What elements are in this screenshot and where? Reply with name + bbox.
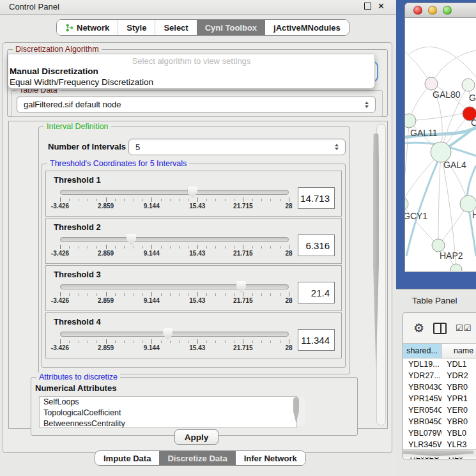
slider-thumb[interactable] bbox=[236, 281, 246, 293]
checkbox-icons[interactable]: ☑☑ bbox=[456, 323, 472, 333]
slider-thumb[interactable] bbox=[188, 187, 197, 198]
threshold-slider[interactable]: -3.4262.8599.14415.4321.71528 bbox=[60, 329, 289, 355]
numerical-attributes-list[interactable]: SelfLoopsTopologicalCoefficientBetweenne… bbox=[39, 396, 297, 428]
table-cell: YER0 bbox=[441, 404, 476, 416]
tab-jactivemnodules[interactable]: jActiveMNodules bbox=[265, 20, 349, 35]
tick-label: 9.144 bbox=[144, 297, 160, 304]
network-canvas[interactable]: GAL80GACGAL11GAL4GCY1HHAP2 bbox=[405, 18, 476, 271]
tick-label: 15.43 bbox=[189, 297, 205, 304]
node-label: GA bbox=[469, 93, 476, 103]
apply-button[interactable]: Apply bbox=[174, 429, 219, 445]
table-row[interactable]: YBR043CYBR0 bbox=[403, 381, 476, 393]
float-window-icon[interactable] bbox=[364, 3, 371, 10]
network-edge[interactable] bbox=[409, 47, 476, 77]
bottom-tab-discretize-data[interactable]: Discretize Data bbox=[159, 451, 235, 465]
table-column-header[interactable]: shared... bbox=[403, 344, 441, 358]
attribute-list-item[interactable]: SelfLoops bbox=[40, 397, 296, 408]
settings-scrollbar[interactable] bbox=[376, 124, 386, 426]
table-row[interactable]: YPR145WYPR1 bbox=[403, 393, 476, 404]
tab-cyni-toolbox[interactable]: Cyni Toolbox bbox=[197, 20, 265, 35]
tick-label: 15.43 bbox=[189, 250, 205, 257]
tick-label: 21.715 bbox=[233, 203, 253, 210]
number-of-intervals-label: Number of Intervals bbox=[48, 142, 126, 151]
threshold-value-input[interactable]: 6.316 bbox=[298, 234, 335, 256]
zoom-traffic-light-icon[interactable] bbox=[443, 6, 452, 15]
network-node[interactable] bbox=[405, 197, 408, 210]
threshold-value-input[interactable]: 14.713 bbox=[298, 187, 335, 209]
thresholds-group: Threshold's Coordinates for 5 Intervals … bbox=[42, 164, 346, 368]
threshold-label: Threshold 2 bbox=[46, 219, 341, 232]
tick-label: 28 bbox=[285, 250, 292, 257]
slider-thumb[interactable] bbox=[163, 328, 173, 340]
table-cell: YBL0 bbox=[441, 427, 476, 439]
attribute-list-item[interactable]: BetweennessCentrality bbox=[40, 418, 296, 428]
table-column-header[interactable]: name bbox=[441, 344, 476, 358]
algorithm-popup-hint: Select algorithm to view settings bbox=[8, 56, 374, 66]
threshold-slider[interactable]: -3.4262.8599.14415.4321.71528 bbox=[60, 187, 289, 213]
network-node[interactable] bbox=[462, 79, 475, 91]
tab-label: jActiveMNodules bbox=[273, 23, 341, 33]
network-node[interactable] bbox=[450, 264, 462, 271]
network-edge[interactable] bbox=[405, 121, 409, 204]
algorithm-group-title: Discretization Algorithm bbox=[13, 45, 102, 54]
threshold-slider[interactable]: -3.4262.8599.14415.4321.71528 bbox=[60, 234, 289, 260]
table-panel-section: Table Panel ⚙ ☑☑ shared...name YDL19...Y… bbox=[396, 289, 476, 476]
tick-label: 15.43 bbox=[189, 344, 205, 351]
close-traffic-light-icon[interactable] bbox=[413, 6, 422, 15]
table-row[interactable]: YBL079WYBL0 bbox=[403, 427, 476, 439]
tick-label: 2.859 bbox=[98, 297, 114, 304]
tab-network[interactable]: Network bbox=[57, 20, 118, 35]
attributes-scrollbar[interactable] bbox=[297, 397, 305, 426]
tab-style[interactable]: Style bbox=[118, 20, 155, 35]
tab-label: Select bbox=[164, 23, 188, 33]
attribute-list-item[interactable]: TopologicalCoefficient bbox=[40, 408, 296, 418]
bottom-tab-impute-data[interactable]: Impute Data bbox=[95, 451, 159, 465]
table-data-selected-value: galFiltered.sif default node bbox=[24, 100, 365, 109]
table-cell: YDL1 bbox=[441, 358, 476, 370]
tab-label: Style bbox=[127, 23, 146, 33]
node-label: GAL4 bbox=[443, 160, 466, 170]
network-node[interactable] bbox=[432, 239, 445, 252]
slider-thumb[interactable] bbox=[127, 234, 136, 245]
table-panel-title: Table Panel bbox=[412, 296, 457, 305]
settings-gear-icon[interactable]: ⚙ bbox=[413, 322, 424, 334]
table-row[interactable]: YER054CYER0 bbox=[403, 404, 476, 416]
bottom-tabs: Impute DataDiscretize DataInfer Network bbox=[95, 450, 306, 466]
tab-select[interactable]: Select bbox=[155, 20, 196, 35]
number-of-intervals-combobox[interactable]: 5 bbox=[128, 139, 346, 155]
control-panel-title: Control Panel bbox=[9, 2, 59, 12]
threshold-panel: Threshold 4-3.4262.8599.14415.4321.71528… bbox=[45, 312, 342, 358]
table-cell: YBR0 bbox=[441, 381, 476, 393]
interval-definition-title: Interval Definition bbox=[44, 122, 111, 131]
table-data-combobox[interactable]: galFiltered.sif default node bbox=[17, 96, 376, 113]
threshold-value-input[interactable]: 21.4 bbox=[298, 282, 335, 303]
tick-label: 28 bbox=[285, 203, 292, 210]
algorithm-option[interactable]: Equal Width/Frequency Discretization bbox=[8, 77, 374, 88]
table-row[interactable]: YBR045CYBR0 bbox=[403, 416, 476, 427]
split-columns-icon[interactable] bbox=[433, 323, 447, 334]
network-node[interactable] bbox=[425, 77, 438, 90]
network-edge[interactable] bbox=[438, 152, 441, 245]
table-row[interactable]: YDL19...YDL1 bbox=[403, 358, 476, 370]
close-icon[interactable]: ✕ bbox=[378, 3, 385, 10]
threshold-value-input[interactable]: 11.344 bbox=[298, 329, 335, 351]
tick-label: 21.715 bbox=[233, 250, 253, 257]
tick-label: -3.426 bbox=[51, 250, 69, 257]
tick-label: 2.859 bbox=[98, 203, 114, 210]
table-cell: YER054C bbox=[403, 404, 441, 416]
tick-label: 2.859 bbox=[98, 250, 114, 257]
network-icon bbox=[65, 24, 73, 32]
minimize-traffic-light-icon[interactable] bbox=[428, 6, 437, 15]
threshold-slider[interactable]: -3.4262.8599.14415.4321.71528 bbox=[60, 282, 289, 307]
node-label: HAP2 bbox=[440, 250, 463, 261]
control-panel-titlebar: Control Panel ✕ bbox=[0, 0, 396, 15]
table-cell: YDR2 bbox=[441, 370, 476, 381]
algorithm-option[interactable]: Manual Discretization bbox=[8, 66, 374, 77]
settings-scroll-panel: Interval Definition Number of Intervals … bbox=[8, 121, 388, 429]
thresholds-group-title: Threshold's Coordinates for 5 Intervals bbox=[47, 159, 189, 168]
threshold-panel: Threshold 1-3.4262.8599.14415.4321.71528… bbox=[45, 171, 342, 217]
network-node[interactable] bbox=[405, 114, 416, 128]
table-horizontal-scrollbar[interactable] bbox=[403, 449, 476, 457]
table-row[interactable]: YDR27...YDR2 bbox=[403, 370, 476, 381]
bottom-tab-infer-network[interactable]: Infer Network bbox=[236, 451, 305, 465]
